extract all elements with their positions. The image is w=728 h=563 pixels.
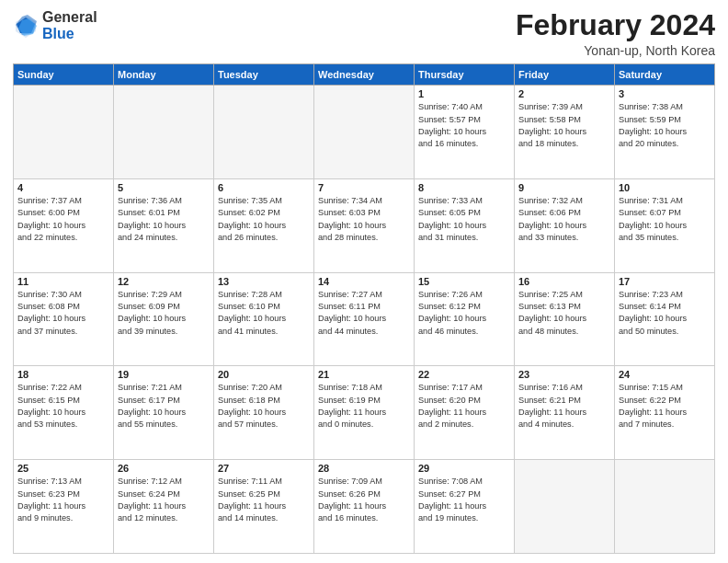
calendar-cell: 13Sunrise: 7:28 AMSunset: 6:10 PMDayligh…: [214, 272, 314, 366]
calendar-cell: 24Sunrise: 7:15 AMSunset: 6:22 PMDayligh…: [615, 366, 715, 460]
day-info: Sunrise: 7:40 AMSunset: 5:57 PMDaylight:…: [418, 101, 510, 150]
logo-icon: [13, 13, 39, 39]
week-row-1: 4Sunrise: 7:37 AMSunset: 6:00 PMDaylight…: [14, 178, 715, 272]
weekday-header-monday: Monday: [114, 64, 214, 86]
day-info: Sunrise: 7:36 AMSunset: 6:01 PMDaylight:…: [118, 195, 210, 244]
day-info: Sunrise: 7:17 AMSunset: 6:20 PMDaylight:…: [418, 382, 510, 431]
day-info: Sunrise: 7:22 AMSunset: 6:15 PMDaylight:…: [17, 382, 109, 431]
day-info: Sunrise: 7:29 AMSunset: 6:09 PMDaylight:…: [118, 289, 210, 338]
day-info: Sunrise: 7:08 AMSunset: 6:27 PMDaylight:…: [418, 476, 510, 524]
day-info: Sunrise: 7:34 AMSunset: 6:03 PMDaylight:…: [318, 195, 410, 244]
day-number: 19: [118, 369, 210, 380]
day-number: 21: [318, 369, 410, 380]
calendar-cell: 15Sunrise: 7:26 AMSunset: 6:12 PMDayligh…: [415, 272, 515, 366]
weekday-header-row: SundayMondayTuesdayWednesdayThursdayFrid…: [14, 64, 715, 86]
day-info: Sunrise: 7:32 AMSunset: 6:06 PMDaylight:…: [518, 195, 610, 244]
calendar-cell: [314, 86, 415, 179]
calendar-table: SundayMondayTuesdayWednesdayThursdayFrid…: [13, 63, 715, 554]
calendar-cell: 21Sunrise: 7:18 AMSunset: 6:19 PMDayligh…: [314, 366, 415, 460]
day-info: Sunrise: 7:27 AMSunset: 6:11 PMDaylight:…: [318, 289, 410, 338]
day-info: Sunrise: 7:11 AMSunset: 6:25 PMDaylight:…: [218, 476, 310, 524]
day-number: 10: [619, 182, 711, 193]
calendar-cell: 25Sunrise: 7:13 AMSunset: 6:23 PMDayligh…: [14, 460, 114, 554]
week-row-2: 11Sunrise: 7:30 AMSunset: 6:08 PMDayligh…: [14, 272, 715, 366]
day-info: Sunrise: 7:16 AMSunset: 6:21 PMDaylight:…: [518, 382, 610, 431]
logo-general: General: [42, 9, 97, 26]
day-info: Sunrise: 7:33 AMSunset: 6:05 PMDaylight:…: [418, 195, 510, 244]
weekday-header-wednesday: Wednesday: [314, 64, 415, 86]
calendar-cell: 6Sunrise: 7:35 AMSunset: 6:02 PMDaylight…: [214, 178, 314, 272]
calendar-cell: 27Sunrise: 7:11 AMSunset: 6:25 PMDayligh…: [214, 460, 314, 554]
weekday-header-tuesday: Tuesday: [214, 64, 314, 86]
day-info: Sunrise: 7:09 AMSunset: 6:26 PMDaylight:…: [318, 476, 410, 524]
calendar-cell: 11Sunrise: 7:30 AMSunset: 6:08 PMDayligh…: [14, 272, 114, 366]
calendar-cell: [214, 86, 314, 179]
calendar-cell: 20Sunrise: 7:20 AMSunset: 6:18 PMDayligh…: [214, 366, 314, 460]
day-number: 17: [619, 276, 711, 287]
day-number: 2: [518, 88, 610, 99]
day-number: 29: [418, 463, 510, 474]
calendar-cell: [515, 460, 615, 554]
day-info: Sunrise: 7:13 AMSunset: 6:23 PMDaylight:…: [17, 476, 109, 524]
page: General Blue February 2024 Yonan-up, Nor…: [0, 0, 728, 563]
logo-blue: Blue: [42, 26, 97, 42]
weekday-header-saturday: Saturday: [615, 64, 715, 86]
calendar-cell: 16Sunrise: 7:25 AMSunset: 6:13 PMDayligh…: [515, 272, 615, 366]
day-number: 5: [118, 182, 210, 193]
day-number: 4: [17, 182, 109, 193]
day-info: Sunrise: 7:28 AMSunset: 6:10 PMDaylight:…: [218, 289, 310, 338]
day-number: 11: [17, 276, 109, 287]
day-number: 15: [418, 276, 510, 287]
calendar-cell: 3Sunrise: 7:38 AMSunset: 5:59 PMDaylight…: [615, 86, 715, 179]
day-info: Sunrise: 7:30 AMSunset: 6:08 PMDaylight:…: [17, 289, 109, 338]
day-info: Sunrise: 7:37 AMSunset: 6:00 PMDaylight:…: [17, 195, 109, 244]
day-number: 16: [518, 276, 610, 287]
week-row-0: 1Sunrise: 7:40 AMSunset: 5:57 PMDaylight…: [14, 86, 715, 179]
week-row-4: 25Sunrise: 7:13 AMSunset: 6:23 PMDayligh…: [14, 460, 715, 554]
calendar-cell: 7Sunrise: 7:34 AMSunset: 6:03 PMDaylight…: [314, 178, 415, 272]
day-info: Sunrise: 7:39 AMSunset: 5:58 PMDaylight:…: [518, 101, 610, 150]
day-number: 18: [17, 369, 109, 380]
title-block: February 2024 Yonan-up, North Korea: [516, 9, 715, 58]
day-number: 9: [518, 182, 610, 193]
calendar-cell: 5Sunrise: 7:36 AMSunset: 6:01 PMDaylight…: [114, 178, 214, 272]
calendar-subtitle: Yonan-up, North Korea: [516, 43, 715, 58]
day-info: Sunrise: 7:23 AMSunset: 6:14 PMDaylight:…: [619, 289, 711, 338]
weekday-header-sunday: Sunday: [14, 64, 114, 86]
day-number: 24: [619, 369, 711, 380]
calendar-cell: 9Sunrise: 7:32 AMSunset: 6:06 PMDaylight…: [515, 178, 615, 272]
calendar-title: February 2024: [516, 9, 715, 41]
calendar-cell: 22Sunrise: 7:17 AMSunset: 6:20 PMDayligh…: [415, 366, 515, 460]
week-row-3: 18Sunrise: 7:22 AMSunset: 6:15 PMDayligh…: [14, 366, 715, 460]
day-number: 26: [118, 463, 210, 474]
calendar-cell: [14, 86, 114, 179]
calendar-cell: 26Sunrise: 7:12 AMSunset: 6:24 PMDayligh…: [114, 460, 214, 554]
calendar-cell: 1Sunrise: 7:40 AMSunset: 5:57 PMDaylight…: [415, 86, 515, 179]
day-info: Sunrise: 7:31 AMSunset: 6:07 PMDaylight:…: [619, 195, 711, 244]
day-number: 28: [318, 463, 410, 474]
calendar-cell: 17Sunrise: 7:23 AMSunset: 6:14 PMDayligh…: [615, 272, 715, 366]
calendar-cell: 14Sunrise: 7:27 AMSunset: 6:11 PMDayligh…: [314, 272, 415, 366]
calendar-cell: 4Sunrise: 7:37 AMSunset: 6:00 PMDaylight…: [14, 178, 114, 272]
day-info: Sunrise: 7:25 AMSunset: 6:13 PMDaylight:…: [518, 289, 610, 338]
day-number: 23: [518, 369, 610, 380]
calendar-cell: 19Sunrise: 7:21 AMSunset: 6:17 PMDayligh…: [114, 366, 214, 460]
day-number: 13: [218, 276, 310, 287]
calendar-cell: 10Sunrise: 7:31 AMSunset: 6:07 PMDayligh…: [615, 178, 715, 272]
day-number: 6: [218, 182, 310, 193]
day-number: 22: [418, 369, 510, 380]
calendar-cell: 18Sunrise: 7:22 AMSunset: 6:15 PMDayligh…: [14, 366, 114, 460]
header: General Blue February 2024 Yonan-up, Nor…: [13, 9, 715, 58]
day-info: Sunrise: 7:35 AMSunset: 6:02 PMDaylight:…: [218, 195, 310, 244]
logo: General Blue: [13, 9, 97, 41]
calendar-cell: 12Sunrise: 7:29 AMSunset: 6:09 PMDayligh…: [114, 272, 214, 366]
day-number: 3: [619, 88, 711, 99]
day-info: Sunrise: 7:26 AMSunset: 6:12 PMDaylight:…: [418, 289, 510, 338]
day-number: 14: [318, 276, 410, 287]
calendar-cell: 29Sunrise: 7:08 AMSunset: 6:27 PMDayligh…: [415, 460, 515, 554]
calendar-cell: 8Sunrise: 7:33 AMSunset: 6:05 PMDaylight…: [415, 178, 515, 272]
day-info: Sunrise: 7:20 AMSunset: 6:18 PMDaylight:…: [218, 382, 310, 431]
day-info: Sunrise: 7:38 AMSunset: 5:59 PMDaylight:…: [619, 101, 711, 150]
calendar-cell: 2Sunrise: 7:39 AMSunset: 5:58 PMDaylight…: [515, 86, 615, 179]
day-number: 20: [218, 369, 310, 380]
